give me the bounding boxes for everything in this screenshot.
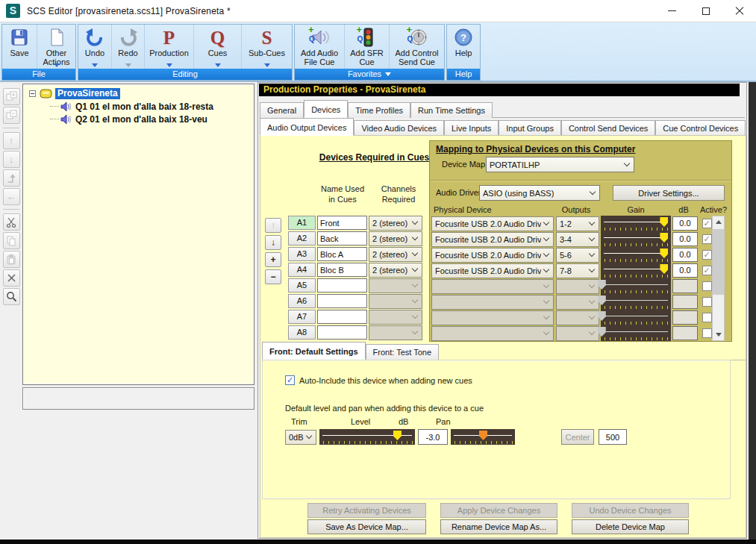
gain-db-value[interactable]: 0.0 bbox=[672, 263, 698, 278]
gain-slider-thumb[interactable] bbox=[660, 264, 668, 274]
production-button[interactable]: P Production bbox=[144, 25, 193, 69]
gain-slider-thumb[interactable] bbox=[660, 233, 668, 243]
undo-button[interactable]: Undo bbox=[78, 25, 111, 69]
undo-device-changes-button[interactable]: Undo Device Changes bbox=[572, 503, 689, 518]
sub-cues-button[interactable]: S Sub-Cues bbox=[241, 25, 292, 69]
gain-slider[interactable] bbox=[601, 263, 671, 278]
scroll-up-button[interactable] bbox=[713, 216, 724, 228]
device-name-input[interactable] bbox=[317, 310, 367, 324]
scroll-down-button[interactable] bbox=[713, 329, 724, 340]
tab-devices[interactable]: Devices bbox=[304, 100, 348, 118]
cue-item[interactable]: Q1 01 el mon d'alla baix 18-resta bbox=[23, 100, 254, 113]
copy-button[interactable] bbox=[3, 232, 20, 249]
gain-db-value[interactable]: 0.0 bbox=[672, 232, 698, 246]
device-name-input[interactable] bbox=[317, 278, 367, 293]
move-up-button[interactable]: ↑ bbox=[3, 132, 20, 149]
level-slider[interactable] bbox=[319, 429, 415, 445]
scrollbar-thumb[interactable] bbox=[713, 229, 724, 295]
tab-cue-control-devices[interactable]: Cue Control Devices bbox=[655, 120, 746, 136]
rename-device-map-as--button[interactable]: Rename Device Map As... bbox=[440, 519, 557, 534]
add-sfr-cue-button[interactable]: +Q Add SFR Cue bbox=[344, 25, 389, 69]
gain-db-value[interactable]: 0.0 bbox=[672, 216, 698, 231]
gain-db-value[interactable] bbox=[672, 310, 698, 325]
cue-label[interactable]: Q2 01 el mon d'alla baix 18-veu bbox=[75, 114, 207, 125]
help-button[interactable]: ? Help bbox=[447, 25, 480, 69]
channels-required-select[interactable] bbox=[369, 325, 422, 340]
channels-required-select[interactable]: 2 (stereo) bbox=[369, 231, 422, 246]
channels-required-select[interactable] bbox=[369, 278, 422, 293]
device-id-button[interactable]: A1 bbox=[288, 216, 316, 230]
device-map-select[interactable]: PORTATILHP bbox=[486, 157, 634, 172]
tab-time-profiles[interactable]: Time Profiles bbox=[348, 102, 410, 118]
production-node-label[interactable]: ProvaSireneta bbox=[55, 88, 120, 99]
gain-db-value[interactable] bbox=[672, 326, 698, 340]
active-checkbox[interactable] bbox=[702, 266, 712, 275]
maximize-button[interactable] bbox=[689, 0, 722, 22]
outputs-select[interactable]: 3-4 bbox=[556, 232, 599, 247]
tab-input-groups[interactable]: Input Groups bbox=[499, 120, 561, 136]
gain-slider[interactable] bbox=[601, 216, 671, 231]
tab-run-time-settings[interactable]: Run Time Settings bbox=[410, 102, 493, 118]
active-checkbox[interactable] bbox=[702, 281, 712, 291]
gain-slider-thumb[interactable] bbox=[660, 248, 668, 258]
physical-device-select[interactable]: Focusrite USB 2.0 Audio Driv bbox=[431, 232, 554, 247]
physical-device-select[interactable]: Focusrite USB 2.0 Audio Driv bbox=[431, 263, 554, 278]
device-name-input[interactable] bbox=[317, 216, 367, 230]
device-name-input[interactable] bbox=[317, 325, 367, 340]
row-up-button[interactable]: ↑ bbox=[265, 218, 281, 233]
trim-select[interactable]: 0dB bbox=[285, 430, 316, 445]
channels-required-select[interactable]: 2 (stereo) bbox=[369, 263, 422, 278]
move-down-button[interactable]: ↓ bbox=[3, 151, 20, 168]
row-remove-button[interactable]: − bbox=[265, 269, 281, 284]
active-checkbox[interactable] bbox=[702, 250, 712, 260]
physical-device-select[interactable]: Focusrite USB 2.0 Audio Driv bbox=[431, 216, 554, 231]
pan-slider-thumb[interactable] bbox=[479, 431, 487, 440]
retry-activating-devices-button[interactable]: Retry Activating Devices bbox=[307, 503, 426, 518]
device-id-button[interactable]: A3 bbox=[288, 247, 316, 261]
channels-required-select[interactable]: 2 (stereo) bbox=[369, 216, 422, 231]
device-id-button[interactable]: A8 bbox=[288, 325, 316, 340]
expand-all-button[interactable] bbox=[3, 88, 20, 105]
device-id-button[interactable]: A2 bbox=[288, 231, 316, 246]
cues-button[interactable]: Q Cues bbox=[193, 25, 241, 69]
other-actions-button[interactable]: Other Actions bbox=[37, 25, 75, 69]
apply-device-changes-button[interactable]: Apply Device Changes bbox=[440, 503, 557, 518]
tab-audio-output-devices[interactable]: Audio Output Devices bbox=[260, 118, 354, 136]
add-control-send-cue-button[interactable]: +Q Add Control Send Cue bbox=[389, 25, 444, 69]
collapse-expander-icon[interactable] bbox=[29, 90, 36, 97]
active-checkbox[interactable] bbox=[702, 328, 712, 338]
move-left-button[interactable]: ← bbox=[3, 188, 20, 205]
device-table-scrollbar[interactable] bbox=[712, 216, 725, 341]
tab-video-audio-devices[interactable]: Video Audio Devices bbox=[354, 120, 444, 136]
close-button[interactable] bbox=[722, 0, 756, 22]
device-name-input[interactable] bbox=[317, 294, 367, 308]
outputs-select[interactable] bbox=[556, 295, 599, 310]
save-as-device-map--button[interactable]: Save As Device Map... bbox=[307, 519, 426, 534]
gain-db-value[interactable] bbox=[672, 295, 698, 309]
tab-general[interactable]: General bbox=[260, 102, 304, 118]
outputs-select[interactable] bbox=[556, 310, 599, 325]
outputs-select[interactable]: 5-6 bbox=[556, 248, 599, 263]
gain-slider[interactable] bbox=[601, 294, 671, 310]
gain-slider[interactable] bbox=[601, 247, 671, 263]
redo-button[interactable]: Redo bbox=[111, 25, 144, 69]
physical-device-select[interactable] bbox=[431, 279, 554, 294]
gain-slider[interactable] bbox=[601, 310, 671, 325]
cue-label[interactable]: Q1 01 el mon d'alla baix 18-resta bbox=[75, 101, 213, 112]
active-checkbox[interactable] bbox=[702, 234, 712, 244]
driver-settings-button[interactable]: Driver Settings... bbox=[613, 185, 725, 201]
auto-include-checkbox[interactable] bbox=[285, 375, 295, 385]
channels-required-select[interactable] bbox=[369, 294, 422, 309]
row-add-button[interactable]: + bbox=[265, 252, 281, 267]
active-checkbox[interactable] bbox=[702, 297, 712, 307]
channels-required-select[interactable]: 2 (stereo) bbox=[369, 247, 422, 262]
cut-button[interactable] bbox=[3, 213, 20, 231]
active-checkbox[interactable] bbox=[702, 313, 712, 322]
level-slider-thumb[interactable] bbox=[393, 431, 402, 440]
audio-driver-select[interactable]: ASIO (using BASS) bbox=[479, 185, 600, 201]
device-name-input[interactable] bbox=[317, 247, 367, 261]
delete-device-map-button[interactable]: Delete Device Map bbox=[572, 519, 689, 534]
physical-device-select[interactable] bbox=[431, 326, 554, 341]
tab-front-default-settings[interactable]: Front: Default Settings bbox=[262, 342, 366, 360]
gain-slider[interactable] bbox=[601, 278, 671, 294]
